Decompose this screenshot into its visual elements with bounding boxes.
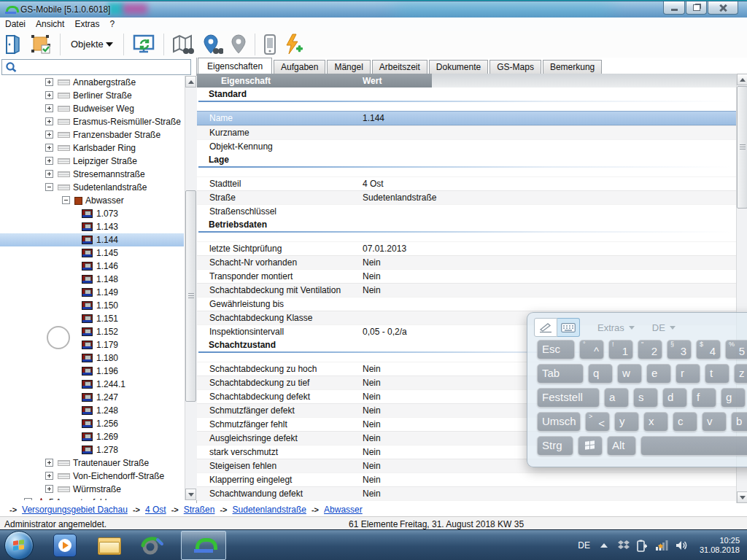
tree-item-1.145[interactable]: 1.145 [0,246,184,260]
key-<[interactable]: >< [585,412,610,432]
show-hidden-icons-button[interactable] [600,543,608,548]
tray-dropbox-button[interactable] [618,540,630,551]
tree-item-sudetenlandstra-e[interactable]: Sudetenlandstraße [0,181,184,194]
tab-dokumente[interactable]: Dokumente [429,60,488,74]
logout-button[interactable] [4,34,23,55]
tab-aufgaben[interactable]: Aufgaben [274,60,325,74]
tree-item-1.244.1[interactable]: 1.244.1 [0,378,184,391]
key-tab[interactable]: Tab [537,364,584,384]
handwriting-mode-button[interactable] [534,318,557,337]
keyboard-language-dropdown[interactable]: DE [652,322,676,333]
expand-icon[interactable] [45,91,53,99]
expand-icon[interactable] [45,104,53,112]
tab-gs-maps[interactable]: GS-Maps [489,60,541,74]
tree-item-budweiser-weg[interactable]: Budweiser Weg [0,102,184,115]
breadcrumb-link-sudetenlandstra-e[interactable]: Sudetenlandstraße [233,505,306,515]
tree-item-1.073[interactable]: 1.073 [0,207,184,220]
table-row[interactable]: Name1.144 [197,111,736,125]
expand-icon[interactable] [45,117,53,125]
menu-ansicht[interactable]: Ansicht [31,19,69,29]
key-b[interactable]: b [731,412,747,432]
tree-item-leipziger-stra-e[interactable]: Leipziger Straße [0,155,184,168]
column-header-eigenschaft[interactable]: Eigenschaft [221,76,271,86]
tree-item-erasmus-reism-ller-stra-e[interactable]: Erasmus-Reismüller-Straße [0,115,184,128]
close-button[interactable] [708,1,738,15]
table-row[interactable]: Straßenschlüssel [197,204,736,218]
tree-item-annabergstra-e[interactable]: Annabergstraße [0,76,184,89]
tree-item-trautenauer-stra-e[interactable]: Trautenauer Straße [0,456,184,470]
pin-button[interactable] [231,34,247,55]
table-row[interactable]: Kurzname [197,125,736,139]
restore-button[interactable] [686,1,707,15]
key-3[interactable]: §3 [667,340,692,359]
tree-item-1.180[interactable]: 1.180 [0,351,184,365]
tree-item-karlsbader-ring[interactable]: Karlsbader Ring [0,141,184,155]
key-feststell[interactable]: Feststell [537,388,600,408]
key-^[interactable]: °^ [579,340,604,359]
breadcrumb-link-4-ost[interactable]: 4 Ost [145,505,166,515]
tree-item-1.149[interactable]: 1.149 [0,286,184,299]
expand-icon[interactable] [45,131,53,139]
tray-volume-button[interactable] [676,540,688,551]
key-v[interactable]: v [702,412,727,432]
expand-icon[interactable] [45,157,53,165]
taskbar-explorer-button[interactable] [96,533,121,558]
tray-clock[interactable]: 10:25 31.08.2018 [700,536,740,555]
keyboard-mode-button[interactable] [557,318,580,337]
tree-item-1.278[interactable]: 1.278 [0,443,184,456]
tree-item-1.256[interactable]: 1.256 [0,417,184,430]
tree-item-franzensbader-stra-e[interactable]: Franzensbader Straße [0,128,184,141]
key-c[interactable]: c [673,412,697,432]
table-row[interactable]: Klapperring eingelegtNein [197,472,736,486]
taskbar-media-player-button[interactable] [53,533,77,558]
scrollbar-thumb[interactable] [185,190,196,402]
keyboard-extras-dropdown[interactable]: Extras [597,322,635,333]
key-r[interactable]: r [676,364,700,384]
tree-item-1.144[interactable]: 1.144 [0,233,184,246]
expand-icon[interactable] [45,485,53,493]
table-row[interactable]: StraßeSudetenlandstraße [197,190,736,204]
expand-icon[interactable] [45,170,53,178]
tab-mängel[interactable]: Mängel [327,60,370,74]
tab-eigenschaften[interactable]: Eigenschaften [198,58,272,74]
minimize-button[interactable] [663,1,685,15]
key-windows[interactable] [578,436,603,456]
table-row[interactable]: letzte Sichtprüfung07.01.2013 [197,241,736,255]
tree-item-1.143[interactable]: 1.143 [0,220,184,233]
key-a[interactable]: a [604,388,629,408]
tree-item-abwasser[interactable]: Abwasser [0,194,184,207]
search-box[interactable] [1,59,191,75]
key-e[interactable]: e [646,364,671,384]
key-5[interactable]: %5 [725,340,747,359]
table-row[interactable]: Schachtwandung defektNein [197,486,736,500]
key-esc[interactable]: Esc [537,340,575,359]
tree-item-stresemannstra-e[interactable]: Stresemannstraße [0,168,184,181]
select-objects-button[interactable] [30,34,52,55]
tray-network-button[interactable] [655,540,668,551]
quick-action-button[interactable] [284,34,303,55]
scrollbar-thumb[interactable] [737,86,747,209]
key-1[interactable]: !1 [608,340,633,359]
column-header-wert[interactable]: Wert [363,76,382,86]
expand-icon[interactable] [45,472,53,480]
breadcrumb-link-versorgungsgebiet-dachau[interactable]: Versorgungsgebiet Dachau [22,505,128,515]
tree-item-1.150[interactable]: 1.150 [0,299,184,312]
key-g[interactable]: g [721,388,746,408]
expand-icon[interactable] [45,459,53,467]
tab-arbeitszeit[interactable]: Arbeitszeit [372,60,427,74]
key-s[interactable]: s [633,388,658,408]
taskbar-gs-tool-button[interactable] [140,533,165,558]
tree-item-1.247[interactable]: 1.247 [0,391,184,404]
scroll-down-button[interactable] [185,489,196,500]
key-z[interactable]: z [734,364,747,384]
collapse-icon[interactable] [45,183,53,191]
tree-item-1.248[interactable]: 1.248 [0,404,184,417]
table-row[interactable]: Transponder montiertNein [197,269,736,283]
tree-item-1.179[interactable]: 1.179 [0,338,184,351]
table-row[interactable]: Objekt-Kennung [197,139,736,153]
key-t[interactable]: t [705,364,729,384]
tree-scrollbar[interactable] [185,76,197,500]
key-d[interactable]: d [662,388,687,408]
tree-item-1.152[interactable]: 1.152 [0,325,184,338]
expand-icon[interactable] [45,144,53,152]
